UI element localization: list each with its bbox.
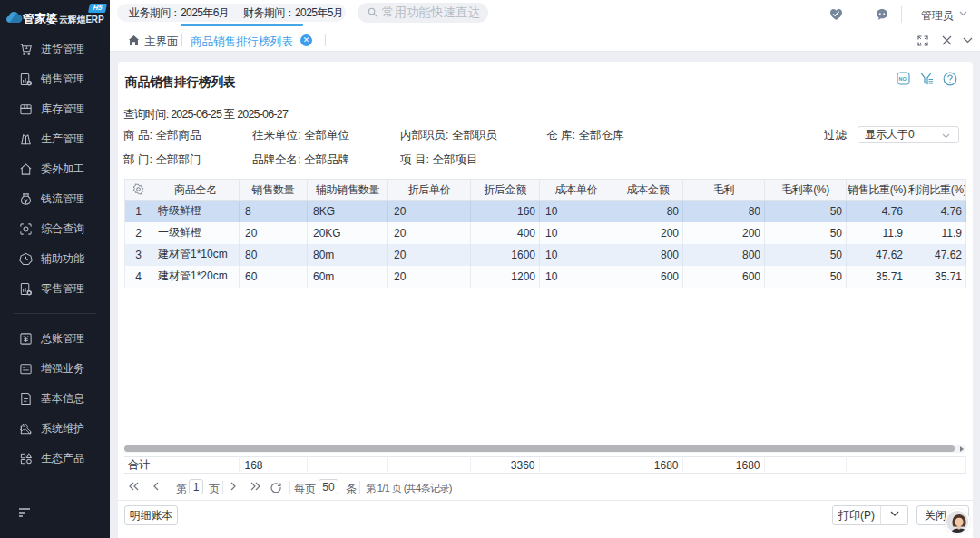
svg-text:NO.: NO.: [899, 76, 908, 82]
